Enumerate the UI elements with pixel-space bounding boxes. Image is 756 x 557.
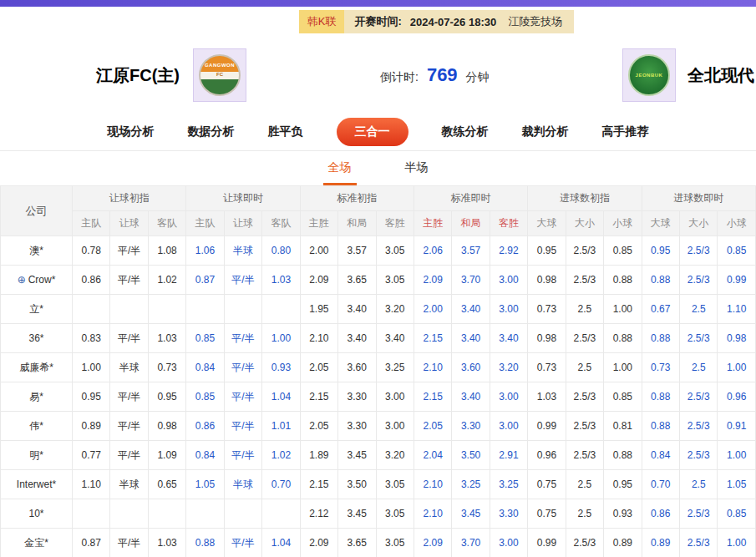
nav-item-6[interactable]: 裁判分析 [522, 124, 569, 139]
group-header: 进球数即时 [642, 186, 755, 211]
sub-header: 主队 [186, 211, 224, 236]
odds-cell: 2.5/3 [566, 412, 603, 441]
odds-cell: 2.12 [300, 499, 337, 529]
sub-header: 小球 [718, 211, 756, 236]
kickoff-label: 开赛时间: [344, 10, 404, 33]
odds-cell [110, 295, 148, 324]
odds-cell: 平/半 [224, 266, 261, 295]
odds-cell: 2.05 [414, 412, 451, 441]
odds-cell: 1.03 [528, 382, 566, 412]
table-row: 澳*0.78平/半1.081.06半球0.802.003.573.052.063… [1, 236, 756, 266]
odds-cell: 平/半 [224, 382, 261, 412]
nav-item-5[interactable]: 教练分析 [442, 124, 489, 139]
odds-cell: 0.75 [528, 499, 566, 529]
odds-cell: 2.15 [414, 382, 451, 412]
odds-cell: 0.95 [73, 382, 110, 412]
odds-cell: 0.95 [528, 236, 566, 266]
odds-cell: 3.40 [376, 324, 414, 353]
odds-cell: 1.03 [148, 529, 185, 557]
odds-cell: 半球 [110, 470, 148, 499]
odds-cell: 0.84 [642, 441, 679, 470]
odds-cell: 3.00 [490, 412, 527, 441]
odds-cell: 2.15 [300, 470, 337, 499]
odds-cell: 1.04 [262, 529, 300, 557]
odds-cell: 0.89 [642, 529, 679, 557]
odds-cell: 1.00 [718, 441, 756, 470]
odds-cell: 平/半 [110, 529, 148, 557]
company-cell[interactable]: ⊕Crow* [1, 266, 73, 295]
odds-cell: 1.03 [262, 266, 300, 295]
company-cell[interactable]: 澳* [1, 236, 73, 266]
odds-cell: 2.5/3 [566, 441, 603, 470]
odds-cell: 0.99 [528, 529, 566, 557]
odds-cell: 2.5 [566, 470, 603, 499]
table-row: 立*1.953.403.202.003.403.000.732.51.000.6… [1, 295, 756, 324]
company-cell[interactable]: 明* [1, 441, 73, 470]
odds-cell: 1.95 [300, 295, 337, 324]
nav-item-4[interactable]: 三合一 [337, 118, 408, 146]
nav-item-7[interactable]: 高手推荐 [602, 124, 649, 139]
odds-cell: 3.00 [376, 382, 414, 412]
company-cell[interactable]: 威廉希* [1, 353, 73, 382]
odds-table-body: 澳*0.78平/半1.081.06半球0.802.003.573.052.063… [1, 236, 756, 557]
odds-cell: 0.73 [642, 353, 679, 382]
nav-item-1[interactable]: 现场分析 [108, 124, 155, 139]
odds-cell: 2.5/3 [680, 499, 718, 529]
countdown: 倒计时: 769 分钟 [380, 64, 490, 86]
odds-cell: 0.65 [148, 470, 185, 499]
odds-cell: 0.89 [73, 412, 110, 441]
odds-cell: 平/半 [110, 324, 148, 353]
odds-cell: 0.98 [148, 412, 185, 441]
odds-cell: 2.5 [566, 353, 603, 382]
odds-cell: 3.30 [452, 412, 490, 441]
top-accent-bar [0, 0, 756, 7]
odds-cell: 0.73 [528, 353, 566, 382]
odds-cell: 0.95 [148, 382, 185, 412]
odds-cell: 0.88 [186, 529, 224, 557]
odds-cell: 2.05 [300, 353, 337, 382]
odds-cell: 2.06 [414, 236, 451, 266]
company-cell[interactable]: 金宝* [1, 529, 73, 557]
odds-cell: 1.00 [262, 324, 300, 353]
odds-cell: 3.30 [338, 382, 376, 412]
match-header: 江原FC(主) GANGWON FC 倒计时: 769 分钟 JEONBUK 全… [0, 37, 756, 114]
subtab-2[interactable]: 半场 [400, 152, 434, 185]
odds-cell: 2.5 [680, 295, 718, 324]
odds-cell: 0.73 [528, 295, 566, 324]
odds-cell: 2.5/3 [566, 529, 603, 557]
company-cell[interactable]: Interwet* [1, 470, 73, 499]
company-cell[interactable]: 易* [1, 382, 73, 412]
odds-cell: 2.5 [680, 470, 718, 499]
company-cell[interactable]: 10* [1, 499, 73, 529]
odds-cell: 3.70 [452, 266, 490, 295]
home-crest-subtext: FC [216, 72, 223, 77]
odds-cell: 2.09 [414, 266, 451, 295]
odds-cell: 2.91 [490, 441, 527, 470]
company-cell[interactable]: 伟* [1, 412, 73, 441]
odds-cell [110, 499, 148, 529]
odds-cell: 0.85 [718, 236, 756, 266]
group-header: 标准即时 [414, 186, 527, 211]
nav-item-2[interactable]: 数据分析 [188, 124, 235, 139]
odds-cell: 0.78 [73, 236, 110, 266]
odds-cell: 0.99 [528, 412, 566, 441]
odds-cell: 1.05 [186, 470, 224, 499]
odds-cell: 0.87 [186, 266, 224, 295]
odds-cell: 3.05 [376, 236, 414, 266]
odds-cell: 2.09 [300, 266, 337, 295]
odds-cell: 0.96 [718, 382, 756, 412]
company-cell[interactable]: 36* [1, 324, 73, 353]
table-row: 伟*0.89平/半0.980.86平/半1.012.053.303.002.05… [1, 412, 756, 441]
subtab-1[interactable]: 全场 [323, 152, 357, 185]
odds-cell: 3.00 [490, 295, 527, 324]
company-cell[interactable]: 立* [1, 295, 73, 324]
period-subnav: 全场半场 [0, 151, 756, 185]
nav-item-3[interactable]: 胜平负 [268, 124, 303, 139]
company-column-header: 公司 [1, 186, 73, 236]
odds-cell: 3.40 [338, 324, 376, 353]
odds-cell: 3.00 [490, 529, 527, 557]
table-row: 金宝*0.87平/半1.030.88平/半1.042.093.653.052.0… [1, 529, 756, 557]
odds-cell: 0.99 [718, 266, 756, 295]
odds-cell: 2.10 [414, 470, 451, 499]
league-badge[interactable]: 韩K联 [299, 10, 345, 33]
